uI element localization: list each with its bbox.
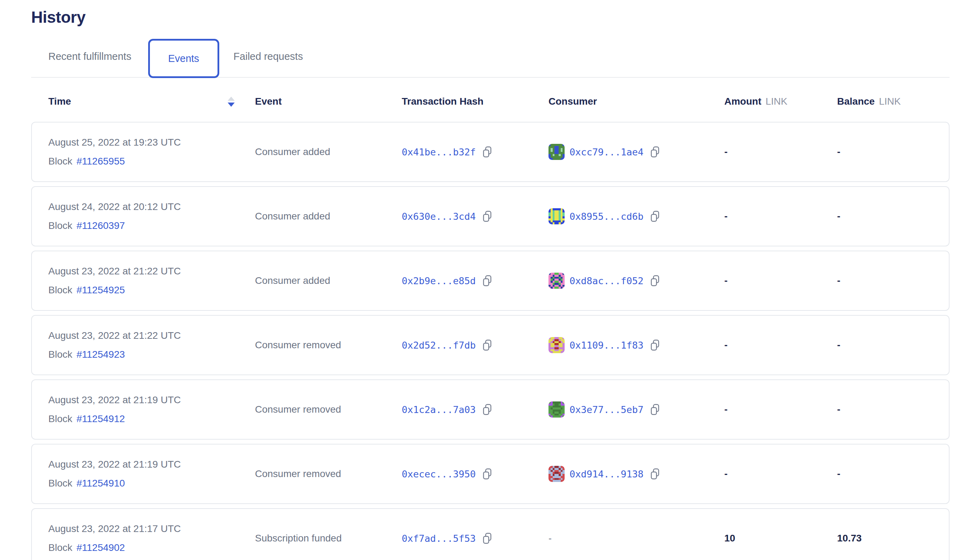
table-row: August 25, 2022 at 19:23 UTC Block #1126… [31,122,950,182]
block-number-link[interactable]: #11254910 [76,478,125,489]
event-time: August 24, 2022 at 20:12 UTC [48,201,181,212]
block-line: Block #11260397 [48,220,125,232]
time-cell: August 23, 2022 at 21:19 UTC Block #1125… [48,395,255,425]
copy-icon[interactable] [650,275,660,286]
sort-desc-icon [228,103,235,107]
tab-recent-fulfillments[interactable]: Recent fulfillments [48,51,131,62]
balance-value: 10.73 [837,533,862,544]
amount-value: - [724,211,727,222]
transaction-hash-cell: 0x2d52...f7db [402,340,548,351]
event-cell: Consumer removed [255,468,402,480]
tx-hash-link[interactable]: 0x1c2a...7a03 [402,404,476,415]
event-type: Consumer removed [255,404,341,415]
copy-icon[interactable] [482,275,492,286]
sort-arrows-icon [228,97,235,107]
copy-icon[interactable] [482,146,492,158]
balance-cell: - [837,468,949,480]
consumer-cell: 0xd914...9138 [548,466,724,482]
block-line: Block #11254923 [48,349,125,360]
amount-value: - [724,146,727,158]
balance-cell: - [837,404,949,415]
event-time: August 25, 2022 at 19:23 UTC [48,137,181,148]
consumer-address-link[interactable]: 0xd914...9138 [570,468,644,480]
consumer-address-link[interactable]: - [548,533,552,544]
amount-cell: - [724,468,837,480]
consumer-address-link[interactable]: 0xcc79...1ae4 [570,147,644,158]
table-row: August 24, 2022 at 20:12 UTC Block #1126… [31,186,950,247]
event-type: Consumer removed [255,468,341,480]
consumer-avatar [548,466,565,482]
block-label: Block [48,542,72,553]
tab-failed-requests[interactable]: Failed requests [234,51,303,62]
history-tabs: Recent fulfillments Events Failed reques… [31,36,950,78]
transaction-hash-cell: 0x41be...b32f [402,146,548,158]
event-time: August 23, 2022 at 21:17 UTC [48,523,181,535]
balance-value: - [837,340,840,351]
column-header-transaction-hash: Transaction Hash [402,96,548,107]
consumer-cell: 0xd8ac...f052 [548,273,724,289]
consumer-cell: 0x1109...1f83 [548,337,724,353]
copy-icon[interactable] [650,146,660,158]
transaction-hash-cell: 0xecec...3950 [402,468,548,480]
event-type: Consumer added [255,275,330,286]
consumer-avatar [548,208,565,224]
block-line: Block #11265955 [48,156,125,167]
tx-hash-link[interactable]: 0xf7ad...5f53 [402,533,476,544]
balance-cell: 10.73 [837,533,949,544]
block-number-link[interactable]: #11265955 [76,156,125,167]
tx-hash-link[interactable]: 0x2d52...f7db [402,340,476,351]
amount-cell: - [724,146,837,158]
event-type: Consumer removed [255,340,341,351]
block-number-link[interactable]: #11254923 [76,349,125,360]
tx-hash-link[interactable]: 0x41be...b32f [402,147,476,158]
time-cell: August 24, 2022 at 20:12 UTC Block #1126… [48,201,255,232]
copy-icon[interactable] [482,533,492,544]
block-line: Block #11254902 [48,542,125,553]
consumer-address-link[interactable]: 0x1109...1f83 [570,340,644,351]
event-cell: Consumer removed [255,340,402,351]
block-number-link[interactable]: #11254925 [76,285,125,296]
table-row: August 23, 2022 at 21:19 UTC Block #1125… [31,379,950,440]
consumer-address-link[interactable]: 0x3e77...5eb7 [570,404,644,415]
column-header-time[interactable]: Time [48,96,255,107]
copy-icon[interactable] [482,404,492,415]
copy-icon[interactable] [650,211,660,222]
column-header-balance: Balance LINK [837,96,950,107]
block-label: Block [48,349,72,360]
copy-icon[interactable] [650,468,660,480]
block-number-link[interactable]: #11254912 [76,413,125,425]
event-cell: Consumer removed [255,404,402,415]
event-cell: Consumer added [255,211,402,222]
tx-hash-link[interactable]: 0xecec...3950 [402,468,476,480]
time-cell: August 23, 2022 at 21:22 UTC Block #1125… [48,266,255,296]
tx-hash-link[interactable]: 0x2b9e...e85d [402,275,476,286]
tab-events[interactable]: Events [148,39,219,78]
amount-value: - [724,404,727,415]
table-row: August 23, 2022 at 21:22 UTC Block #1125… [31,251,950,311]
event-time: August 23, 2022 at 21:22 UTC [48,266,181,277]
consumer-cell: - [548,533,724,544]
balance-header-label: Balance [837,96,874,107]
table-row: August 23, 2022 at 21:22 UTC Block #1125… [31,315,950,375]
consumer-avatar [548,402,565,418]
consumer-cell: 0xcc79...1ae4 [548,144,724,160]
copy-icon[interactable] [650,340,660,351]
transaction-hash-cell: 0x2b9e...e85d [402,275,548,286]
block-number-link[interactable]: #11254902 [76,542,125,553]
tx-hash-link[interactable]: 0x630e...3cd4 [402,211,476,222]
time-cell: August 23, 2022 at 21:22 UTC Block #1125… [48,330,255,360]
block-label: Block [48,285,72,296]
copy-icon[interactable] [650,404,660,415]
copy-icon[interactable] [482,340,492,351]
page-title: History [31,8,950,27]
block-line: Block #11254912 [48,413,125,425]
transaction-hash-cell: 0xf7ad...5f53 [402,533,548,544]
copy-icon[interactable] [482,211,492,222]
amount-value: - [724,468,727,480]
consumer-address-link[interactable]: 0x8955...cd6b [570,211,644,222]
consumer-address-link[interactable]: 0xd8ac...f052 [570,275,644,286]
amount-cell: - [724,211,837,222]
consumer-avatar [548,273,565,289]
block-number-link[interactable]: #11260397 [76,220,125,232]
copy-icon[interactable] [482,468,492,480]
